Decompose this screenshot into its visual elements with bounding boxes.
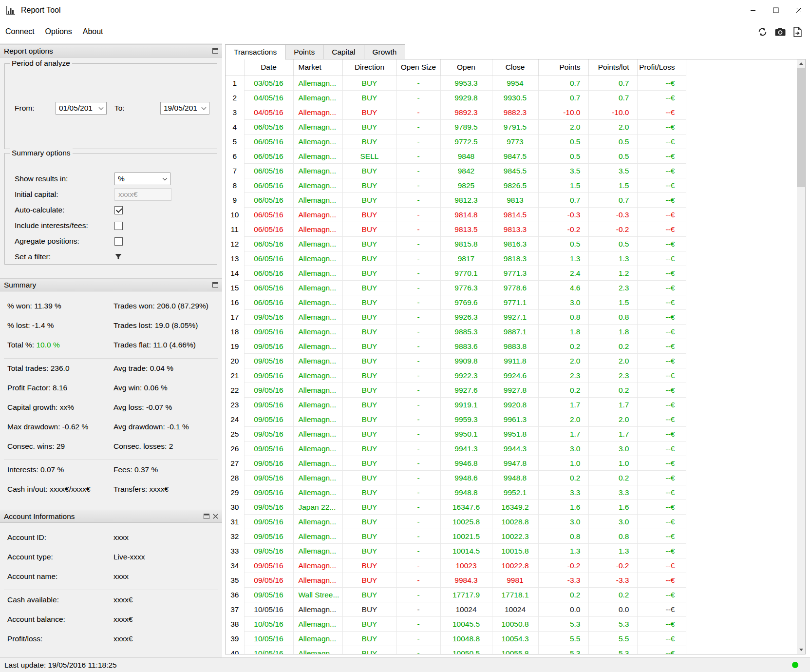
table-row[interactable]: 1606/05/16Allemagn...BUY-9769.69771.13.0… (226, 295, 686, 309)
close-button[interactable] (787, 0, 810, 20)
auto-calculate-checkbox[interactable] (114, 206, 123, 214)
table-row[interactable]: 1406/05/16Allemagn...BUY-9770.19771.32.4… (226, 266, 686, 280)
cell-profit-loss: --€ (637, 397, 686, 412)
column-header-date[interactable]: Date (244, 59, 293, 76)
agregate-positions-checkbox[interactable] (114, 237, 123, 246)
cell-close: 9920.8 (492, 397, 538, 412)
include-interests-fees-checkbox[interactable] (114, 222, 123, 230)
table-row[interactable]: 304/05/16Allemagn...BUY-9892.39882.3-10.… (226, 105, 686, 119)
cell-open: 9825 (440, 178, 492, 192)
table-row[interactable]: 2909/05/16Allemagn...BUY-9948.89952.13.3… (226, 485, 686, 499)
row-number: 14 (226, 266, 244, 280)
menu-connect[interactable]: Connect (0, 20, 40, 43)
column-header-open-size[interactable]: Open Size (396, 59, 440, 76)
table-row[interactable]: 806/05/16Allemagn...BUY-98259826.51.51.5… (226, 178, 686, 192)
float-icon[interactable] (204, 514, 209, 519)
table-row[interactable]: 103/05/16Allemagn...BUY-9953.399540.70.7… (226, 76, 686, 90)
table-row[interactable]: 406/05/16Allemagn...BUY-9789.59791.52.02… (226, 119, 686, 134)
option-label-include-interests-fees: Include interests/fees: (15, 221, 114, 230)
table-row[interactable]: 1809/05/16Allemagn...BUY-9885.39887.11.8… (226, 324, 686, 339)
row-number: 18 (226, 324, 244, 339)
cell-market: Allemagn... (293, 456, 342, 470)
refresh-icon[interactable] (757, 27, 768, 37)
from-date-select[interactable]: 01/05/201 (56, 102, 107, 115)
tab-growth[interactable]: Growth (364, 44, 406, 59)
cell-open: 9814.8 (440, 207, 492, 222)
tab-points[interactable]: Points (285, 44, 323, 59)
table-row[interactable]: 4010/05/16Allemagn...BUY-10050.510055.85… (226, 646, 686, 654)
show-results-select[interactable]: % (114, 173, 170, 185)
scrollbar-thumb[interactable] (797, 68, 805, 187)
cell-open-size: - (396, 339, 440, 353)
cell-open-size: - (396, 353, 440, 368)
column-header-profit-loss[interactable]: Profit/Loss (637, 59, 686, 76)
table-row[interactable]: 2609/05/16Allemagn...BUY-9941.39944.33.0… (226, 441, 686, 456)
camera-icon[interactable] (775, 28, 786, 36)
table-row[interactable]: 1006/05/16Allemagn...BUY-9814.89814.5-0.… (226, 207, 686, 222)
minimize-button[interactable] (741, 0, 764, 20)
table-row[interactable]: 606/05/16Allemagn...SELL-98489847.50.50.… (226, 149, 686, 163)
table-row[interactable]: 2509/05/16Allemagn...BUY-9950.19951.81.7… (226, 426, 686, 441)
menu-options[interactable]: Options (40, 20, 77, 43)
table-row[interactable]: 1206/05/16Allemagn...BUY-9815.89816.30.5… (226, 236, 686, 251)
table-row[interactable]: 2309/05/16Allemagn...BUY-9919.19920.81.7… (226, 397, 686, 412)
maximize-button[interactable] (764, 0, 787, 20)
table-row[interactable]: 2109/05/16Allemagn...BUY-9922.39924.62.3… (226, 368, 686, 383)
menu-about[interactable]: About (77, 20, 109, 43)
float-icon[interactable] (212, 282, 218, 288)
table-row[interactable]: 3109/05/16Allemagn...BUY-10025.810028.83… (226, 514, 686, 529)
scrollbar-track[interactable] (797, 68, 805, 646)
table-row[interactable]: 3009/05/16Japan 22...BUY-16347.616349.21… (226, 499, 686, 514)
cell-open-size: - (396, 616, 440, 631)
table-row[interactable]: 1106/05/16Allemagn...BUY-9813.59813.3-0.… (226, 222, 686, 236)
table-row[interactable]: 204/05/16Allemagn...BUY-9929.89930.50.70… (226, 90, 686, 105)
export-icon[interactable] (793, 27, 802, 37)
cell-points: 1.6 (538, 499, 588, 514)
table-row[interactable]: 3710/05/16Allemagn...BUY-10024100240.00.… (226, 602, 686, 616)
table-row[interactable]: 3609/05/16Wall Stree...BUY-17717.917718.… (226, 587, 686, 602)
scroll-down-button[interactable] (797, 646, 805, 654)
column-header-points-lot[interactable]: Points/lot (588, 59, 637, 76)
table-row[interactable]: 2409/05/16Allemagn...BUY-9959.39961.32.0… (226, 412, 686, 426)
table-row[interactable]: 2809/05/16Allemagn...BUY-9948.69948.80.2… (226, 470, 686, 485)
tab-capital[interactable]: Capital (323, 44, 364, 59)
table-row[interactable]: 2709/05/16Allemagn...BUY-9946.89947.81.0… (226, 456, 686, 470)
to-date-select[interactable]: 19/05/201 (160, 102, 209, 115)
cell-points: 2.0 (538, 119, 588, 134)
column-header-direction[interactable]: Direction (342, 59, 396, 76)
filter-funnel-icon[interactable] (114, 253, 217, 261)
table-row[interactable]: 1709/05/16Allemagn...BUY-9926.39927.10.8… (226, 309, 686, 324)
summary-options-groupbox: Summary options Show results in:%Initial… (4, 153, 217, 265)
row-number: 12 (226, 236, 244, 251)
table-row[interactable]: 3409/05/16Allemagn...BUY-1002310022.8-0.… (226, 558, 686, 573)
table-row[interactable]: 906/05/16Allemagn...BUY-9812.398130.70.7… (226, 192, 686, 207)
column-header-market[interactable]: Market (293, 59, 342, 76)
cell-points-lot: -3.3 (588, 573, 637, 587)
table-row[interactable]: 3309/05/16Allemagn...BUY-10014.510015.81… (226, 543, 686, 558)
initial-capital-input[interactable]: xxxx€ (114, 188, 171, 201)
table-row[interactable]: 3209/05/16Allemagn...BUY-10021.510022.30… (226, 529, 686, 543)
table-row[interactable]: 706/05/16Allemagn...BUY-98429845.53.53.5… (226, 163, 686, 178)
column-header-open[interactable]: Open (440, 59, 492, 76)
tab-transactions[interactable]: Transactions (225, 44, 285, 59)
row-number: 40 (226, 646, 244, 654)
float-icon[interactable] (212, 48, 218, 54)
table-row[interactable]: 1506/05/16Allemagn...BUY-9776.39778.64.6… (226, 280, 686, 295)
close-dock-icon[interactable] (213, 514, 218, 519)
scroll-up-button[interactable] (797, 59, 805, 68)
table-row[interactable]: 2009/05/16Allemagn...BUY-9909.89911.82.0… (226, 353, 686, 368)
vertical-scrollbar[interactable] (797, 59, 805, 654)
table-row[interactable]: 3509/05/16Allemagn...BUY-9984.39981-3.3-… (226, 573, 686, 587)
cell-profit-loss: --€ (637, 441, 686, 456)
table-row[interactable]: 3910/05/16Allemagn...BUY-10048.810054.35… (226, 631, 686, 646)
table-row[interactable]: 506/05/16Allemagn...BUY-9772.597730.50.5… (226, 134, 686, 149)
table-row[interactable]: 3810/05/16Allemagn...BUY-10045.510050.85… (226, 616, 686, 631)
cell-profit-loss: --€ (637, 105, 686, 119)
column-header-points[interactable]: Points (538, 59, 588, 76)
cell-points-lot: 2.0 (588, 412, 637, 426)
table-row[interactable]: 2209/05/16Allemagn...BUY-9927.69927.80.2… (226, 383, 686, 397)
column-header-close[interactable]: Close (492, 59, 538, 76)
table-row[interactable]: 1306/05/16Allemagn...BUY-98179818.31.31.… (226, 251, 686, 266)
table-row[interactable]: 1909/05/16Allemagn...BUY-9883.69883.80.2… (226, 339, 686, 353)
cell-profit-loss: --€ (637, 368, 686, 383)
